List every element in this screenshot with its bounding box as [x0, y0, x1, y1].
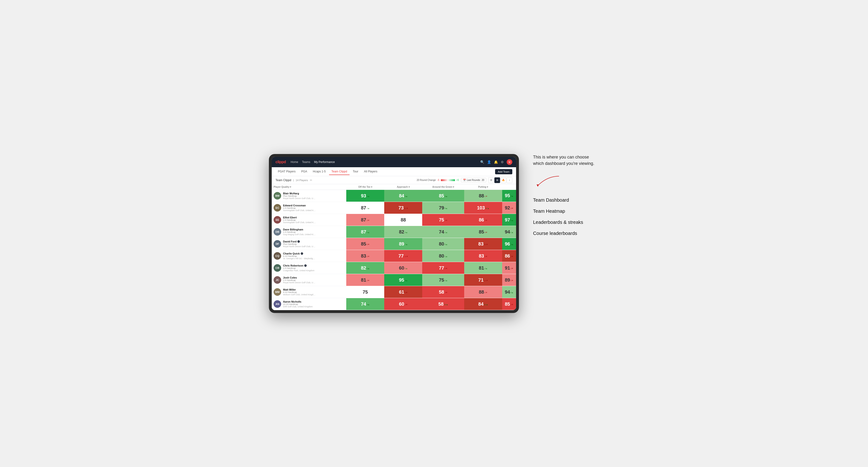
player-cell[interactable]: DB Dave Billingham 1-5 Handicap Gog Mago…: [272, 226, 346, 238]
view-heatmap-button[interactable]: 🔥: [500, 177, 506, 183]
settings-icon[interactable]: ⚙: [501, 160, 504, 164]
score-change: 3▲: [445, 243, 447, 246]
player-avatar: CR: [274, 264, 281, 272]
score-box: 86 6▼: [464, 214, 502, 226]
player-cell[interactable]: JC Josh Coles 1-5 Handicap Royal North D…: [272, 274, 346, 286]
player-details: Charlie Quick ✓ 6-10 Handicap St. George…: [283, 252, 316, 260]
view-sort-button[interactable]: ↕: [507, 177, 512, 183]
score-change: 7▲: [405, 243, 408, 246]
nav-link-my-performance[interactable]: My Performance: [314, 159, 335, 165]
score-box: 96 3▲: [502, 238, 516, 250]
player-handicap: Plus Handicap: [283, 195, 316, 197]
score-box: 95 8▲: [384, 274, 422, 286]
score-box: 75 2▲: [422, 274, 464, 286]
player-handicap: 1-5 Handicap: [283, 267, 314, 269]
score-cell-approach: 85 8▲: [422, 190, 464, 202]
subnav-all-players[interactable]: All Players: [362, 168, 380, 175]
score-change: 8▼: [510, 255, 513, 257]
score-box: 60 1▼: [384, 298, 422, 310]
option-leaderboards[interactable]: Leaderboards & streaks: [533, 220, 599, 225]
option-team-dashboard[interactable]: Team Dashboard: [533, 197, 599, 203]
score-value: 95: [505, 193, 510, 198]
player-cell[interactable]: EC Edward Crossman 1-5 Handicap Sunningd…: [272, 202, 346, 214]
option-course-leaderboards[interactable]: Course leaderboards: [533, 231, 599, 236]
player-avatar: BM: [274, 192, 281, 199]
table-row: AN Aaron Nicholls 11-15 Handicap Drift G…: [272, 298, 516, 310]
option-team-heatmap[interactable]: Team Heatmap: [533, 209, 599, 214]
table-row: JC Josh Coles 1-5 Handicap Royal North D…: [272, 274, 516, 286]
score-change: 11▼: [404, 207, 408, 210]
view-list-button[interactable]: ☰: [488, 177, 494, 183]
score-box: 73 11▼: [384, 202, 422, 214]
player-club: Gog Magog Golf Club, United Kingdom: [283, 233, 316, 236]
score-change: 5▲: [510, 219, 513, 221]
col-header-player[interactable]: Player Quality ▾: [272, 184, 346, 190]
score-box: 74 8▲: [346, 298, 384, 310]
search-icon[interactable]: 🔍: [480, 160, 484, 164]
player-details: Elliot Ebert 1-5 Handicap Sunningdale Go…: [283, 216, 316, 224]
col-header-around-green[interactable]: Around the Green ▾: [422, 184, 464, 190]
player-details: Matt Miller 6-10 Handicap Woburn Golf Cl…: [283, 288, 316, 296]
player-cell[interactable]: DF David Ford ✓ Plus Handicap Royal Nort…: [272, 238, 346, 250]
score-cell-quality: 85 3▼: [346, 238, 384, 250]
player-details: Chris Robertson ✓ 1-5 Handicap Craigmill…: [283, 264, 314, 272]
last-rounds-button[interactable]: 📅 Last Rounds: 20: [461, 178, 486, 182]
score-cell-aroundGreen: 103 15▲: [464, 202, 502, 214]
score-box: 82 4▲: [384, 226, 422, 238]
edit-icon[interactable]: ✏: [310, 179, 312, 182]
score-box: 93 4▲: [346, 190, 384, 201]
score-value: 80: [439, 253, 444, 259]
player-cell[interactable]: BM Blair McHarg Plus Handicap Royal Nort…: [272, 190, 346, 202]
subnav-tour[interactable]: Tour: [350, 168, 361, 175]
player-info: CQ Charlie Quick ✓ 6-10 Handicap St. Geo…: [274, 252, 344, 260]
score-change: 10▲: [444, 304, 448, 306]
player-cell[interactable]: EE Elliot Ebert 1-5 Handicap Sunningdale…: [272, 214, 346, 226]
player-cell[interactable]: CR Chris Robertson ✓ 1-5 Handicap Craigm…: [272, 262, 346, 274]
score-box: 85 3▼: [346, 238, 384, 250]
score-box: 58 10▲: [422, 298, 464, 310]
nav-links: Home Teams My Performance: [290, 159, 475, 165]
player-cell[interactable]: CQ Charlie Quick ✓ 6-10 Handicap St. Geo…: [272, 250, 346, 262]
view-grid-button[interactable]: ⊞: [494, 177, 500, 183]
nav-link-teams[interactable]: Teams: [302, 159, 310, 165]
col-header-offtee[interactable]: Off the Tee ▾: [346, 184, 384, 190]
score-value: 93: [361, 193, 366, 198]
score-value: 89: [399, 241, 404, 247]
person-icon[interactable]: 👤: [487, 160, 491, 164]
table-container: Player Quality ▾ Off the Tee ▾ Approach …: [272, 184, 516, 310]
score-value: 92: [505, 205, 510, 211]
subnav-team-clippd[interactable]: Team Clippd: [329, 168, 349, 175]
score-value: 89: [505, 277, 510, 283]
score-cell-aroundGreen: 88 2▼: [464, 286, 502, 298]
score-change: 11▼: [484, 280, 488, 282]
avatar[interactable]: U: [507, 159, 512, 165]
score-box: 103 15▲: [464, 202, 502, 214]
score-cell-approach: 58 4▼: [422, 286, 464, 298]
score-change: 2▼: [485, 291, 487, 294]
col-header-putting[interactable]: Putting ▾: [464, 184, 502, 190]
score-change: 1▲: [445, 231, 447, 234]
score-box: 75 3▼: [422, 214, 464, 226]
subnav-hcaps[interactable]: Hcaps 1-5: [310, 168, 328, 175]
score-cell-quality: 82 3▲: [346, 262, 384, 274]
score-cell-aroundGreen: 86 6▼: [464, 214, 502, 226]
player-cell[interactable]: AN Aaron Nicholls 11-15 Handicap Drift G…: [272, 298, 346, 310]
score-cell-aroundGreen: 81 4▲: [464, 262, 502, 274]
nav-link-home[interactable]: Home: [290, 159, 298, 165]
player-info: DB Dave Billingham 1-5 Handicap Gog Mago…: [274, 228, 344, 236]
subnav-pga[interactable]: PGA: [299, 168, 309, 175]
add-team-button[interactable]: Add Team: [495, 169, 512, 174]
bell-icon[interactable]: 🔔: [494, 160, 498, 164]
col-header-approach[interactable]: Approach ▾: [384, 184, 422, 190]
dashboard-options: Team Dashboard Team Heatmap Leaderboards…: [533, 197, 599, 236]
player-club: Royal North Devon Golf Club, United King…: [283, 245, 316, 248]
score-cell-approach: 74 1▲: [422, 226, 464, 238]
last-rounds-icon: 📅: [463, 179, 466, 181]
table-row: EE Elliot Ebert 1-5 Handicap Sunningdale…: [272, 214, 516, 226]
score-value: 82: [361, 266, 366, 271]
round-change-label: 20 Round Change: [416, 179, 436, 181]
score-cell-quality: 87 3▼: [346, 214, 384, 226]
subnav-pgat[interactable]: PGAT Players: [276, 168, 298, 175]
player-cell[interactable]: MM Matt Miller 6-10 Handicap Woburn Golf…: [272, 286, 346, 298]
score-change: 21▲: [484, 304, 488, 306]
